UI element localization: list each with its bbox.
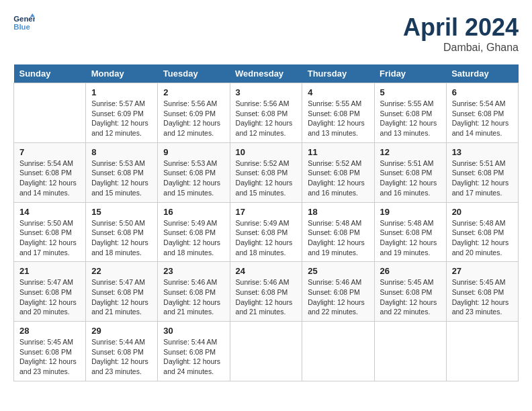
calendar-cell: 28Sunrise: 5:45 AM Sunset: 6:08 PM Dayli… (14, 322, 86, 381)
calendar-cell: 26Sunrise: 5:45 AM Sunset: 6:08 PM Dayli… (374, 262, 446, 322)
calendar-cell: 20Sunrise: 5:48 AM Sunset: 6:08 PM Dayli… (446, 202, 518, 262)
day-number: 10 (236, 147, 297, 157)
calendar-cell: 30Sunrise: 5:44 AM Sunset: 6:08 PM Dayli… (158, 322, 230, 381)
calendar-cell: 27Sunrise: 5:45 AM Sunset: 6:08 PM Dayli… (446, 262, 518, 322)
day-number: 20 (452, 207, 513, 217)
calendar-cell (230, 322, 302, 381)
day-number: 19 (380, 207, 441, 217)
calendar-cell: 8Sunrise: 5:53 AM Sunset: 6:08 PM Daylig… (86, 142, 158, 202)
logo-icon: General Blue (13, 13, 35, 32)
calendar-cell: 21Sunrise: 5:47 AM Sunset: 6:08 PM Dayli… (14, 262, 86, 322)
day-number: 1 (91, 87, 152, 97)
day-info: Sunrise: 5:53 AM Sunset: 6:08 PM Dayligh… (91, 158, 152, 198)
day-info: Sunrise: 5:47 AM Sunset: 6:08 PM Dayligh… (91, 277, 152, 317)
day-number: 15 (91, 207, 152, 217)
logo: General Blue (13, 13, 35, 32)
day-info: Sunrise: 5:49 AM Sunset: 6:08 PM Dayligh… (236, 218, 297, 258)
calendar-week-3: 14Sunrise: 5:50 AM Sunset: 6:08 PM Dayli… (14, 202, 519, 262)
calendar-cell (14, 83, 86, 143)
day-info: Sunrise: 5:57 AM Sunset: 6:09 PM Dayligh… (91, 99, 152, 138)
day-info: Sunrise: 5:54 AM Sunset: 6:08 PM Dayligh… (452, 99, 513, 138)
calendar-cell: 6Sunrise: 5:54 AM Sunset: 6:08 PM Daylig… (446, 83, 518, 143)
day-info: Sunrise: 5:45 AM Sunset: 6:08 PM Dayligh… (380, 277, 441, 317)
day-number: 23 (163, 266, 224, 276)
calendar-cell: 3Sunrise: 5:56 AM Sunset: 6:08 PM Daylig… (230, 83, 302, 143)
calendar-cell: 12Sunrise: 5:51 AM Sunset: 6:08 PM Dayli… (374, 142, 446, 202)
calendar-cell: 16Sunrise: 5:49 AM Sunset: 6:08 PM Dayli… (158, 202, 230, 262)
day-number: 3 (236, 87, 297, 97)
location-title: Dambai, Ghana (403, 42, 519, 54)
day-info: Sunrise: 5:48 AM Sunset: 6:08 PM Dayligh… (452, 218, 513, 258)
day-info: Sunrise: 5:50 AM Sunset: 6:08 PM Dayligh… (91, 218, 152, 258)
day-info: Sunrise: 5:44 AM Sunset: 6:08 PM Dayligh… (91, 337, 152, 377)
day-info: Sunrise: 5:51 AM Sunset: 6:08 PM Dayligh… (452, 158, 513, 198)
day-info: Sunrise: 5:52 AM Sunset: 6:08 PM Dayligh… (236, 158, 297, 198)
title-section: April 2024 Dambai, Ghana (403, 13, 519, 54)
day-info: Sunrise: 5:49 AM Sunset: 6:08 PM Dayligh… (163, 218, 224, 258)
calendar-cell: 25Sunrise: 5:46 AM Sunset: 6:08 PM Dayli… (302, 262, 374, 322)
day-number: 5 (380, 87, 441, 97)
day-info: Sunrise: 5:48 AM Sunset: 6:08 PM Dayligh… (380, 218, 441, 258)
day-info: Sunrise: 5:55 AM Sunset: 6:08 PM Dayligh… (380, 99, 441, 138)
day-number: 25 (308, 266, 368, 276)
calendar-cell: 29Sunrise: 5:44 AM Sunset: 6:08 PM Dayli… (86, 322, 158, 381)
day-info: Sunrise: 5:56 AM Sunset: 6:08 PM Dayligh… (236, 99, 297, 138)
day-number: 6 (452, 87, 513, 97)
weekday-saturday: Saturday (446, 64, 518, 83)
calendar-week-2: 7Sunrise: 5:54 AM Sunset: 6:08 PM Daylig… (14, 142, 519, 202)
header: General Blue April 2024 Dambai, Ghana (13, 13, 519, 54)
day-number: 16 (163, 207, 224, 217)
day-number: 9 (163, 147, 224, 157)
day-number: 21 (19, 266, 80, 276)
day-number: 12 (380, 147, 441, 157)
day-number: 22 (91, 266, 152, 276)
day-number: 11 (308, 147, 368, 157)
day-info: Sunrise: 5:45 AM Sunset: 6:08 PM Dayligh… (452, 277, 513, 317)
day-info: Sunrise: 5:48 AM Sunset: 6:08 PM Dayligh… (308, 218, 368, 258)
day-number: 27 (452, 266, 513, 276)
day-info: Sunrise: 5:46 AM Sunset: 6:08 PM Dayligh… (236, 277, 297, 317)
weekday-header: SundayMondayTuesdayWednesdayThursdayFrid… (14, 64, 519, 83)
calendar-cell: 13Sunrise: 5:51 AM Sunset: 6:08 PM Dayli… (446, 142, 518, 202)
calendar-cell: 23Sunrise: 5:46 AM Sunset: 6:08 PM Dayli… (158, 262, 230, 322)
calendar-body: 1Sunrise: 5:57 AM Sunset: 6:09 PM Daylig… (14, 83, 519, 381)
calendar-cell (374, 322, 446, 381)
calendar-cell: 9Sunrise: 5:53 AM Sunset: 6:08 PM Daylig… (158, 142, 230, 202)
day-number: 26 (380, 266, 441, 276)
day-info: Sunrise: 5:46 AM Sunset: 6:08 PM Dayligh… (163, 277, 224, 317)
calendar-cell: 15Sunrise: 5:50 AM Sunset: 6:08 PM Dayli… (86, 202, 158, 262)
day-number: 29 (91, 326, 152, 336)
day-number: 18 (308, 207, 368, 217)
calendar-cell: 18Sunrise: 5:48 AM Sunset: 6:08 PM Dayli… (302, 202, 374, 262)
weekday-thursday: Thursday (302, 64, 374, 83)
day-number: 4 (308, 87, 368, 97)
day-number: 7 (19, 147, 80, 157)
day-info: Sunrise: 5:52 AM Sunset: 6:08 PM Dayligh… (308, 158, 368, 198)
calendar-week-5: 28Sunrise: 5:45 AM Sunset: 6:08 PM Dayli… (14, 322, 519, 381)
day-number: 8 (91, 147, 152, 157)
day-info: Sunrise: 5:50 AM Sunset: 6:08 PM Dayligh… (19, 218, 80, 258)
day-info: Sunrise: 5:53 AM Sunset: 6:08 PM Dayligh… (163, 158, 224, 198)
calendar-cell: 2Sunrise: 5:56 AM Sunset: 6:09 PM Daylig… (158, 83, 230, 143)
day-number: 24 (236, 266, 297, 276)
calendar-cell: 5Sunrise: 5:55 AM Sunset: 6:08 PM Daylig… (374, 83, 446, 143)
calendar-cell: 24Sunrise: 5:46 AM Sunset: 6:08 PM Dayli… (230, 262, 302, 322)
weekday-monday: Monday (86, 64, 158, 83)
calendar-table: SundayMondayTuesdayWednesdayThursdayFrid… (13, 64, 519, 381)
calendar-cell: 22Sunrise: 5:47 AM Sunset: 6:08 PM Dayli… (86, 262, 158, 322)
month-title: April 2024 (403, 13, 519, 42)
calendar-cell: 11Sunrise: 5:52 AM Sunset: 6:08 PM Dayli… (302, 142, 374, 202)
day-info: Sunrise: 5:51 AM Sunset: 6:08 PM Dayligh… (380, 158, 441, 198)
day-info: Sunrise: 5:55 AM Sunset: 6:08 PM Dayligh… (308, 99, 368, 138)
calendar-cell: 19Sunrise: 5:48 AM Sunset: 6:08 PM Dayli… (374, 202, 446, 262)
weekday-wednesday: Wednesday (230, 64, 302, 83)
day-number: 2 (163, 87, 224, 97)
calendar-cell: 1Sunrise: 5:57 AM Sunset: 6:09 PM Daylig… (86, 83, 158, 143)
day-info: Sunrise: 5:54 AM Sunset: 6:08 PM Dayligh… (19, 158, 80, 198)
calendar-cell: 7Sunrise: 5:54 AM Sunset: 6:08 PM Daylig… (14, 142, 86, 202)
calendar-cell: 14Sunrise: 5:50 AM Sunset: 6:08 PM Dayli… (14, 202, 86, 262)
calendar-cell (446, 322, 518, 381)
day-number: 17 (236, 207, 297, 217)
calendar-cell (302, 322, 374, 381)
calendar-week-4: 21Sunrise: 5:47 AM Sunset: 6:08 PM Dayli… (14, 262, 519, 322)
